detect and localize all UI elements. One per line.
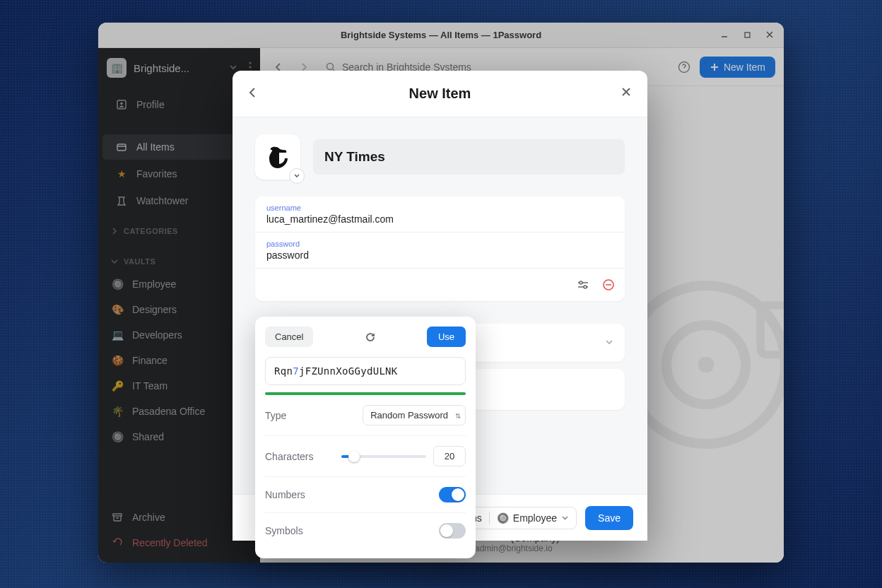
numbers-label: Numbers [265,489,305,500]
item-icon-picker[interactable] [289,168,305,184]
password-generator-popover: Cancel Use Rqn7jFZUnnXoGGydULNK Type Ran… [255,317,476,558]
characters-slider[interactable] [341,455,426,458]
characters-value[interactable]: 20 [433,446,466,466]
modal-close-button[interactable] [621,86,632,100]
refresh-icon [365,331,376,343]
symbols-toggle[interactable] [439,523,466,539]
footer-vault: Employee [513,512,557,524]
username-field[interactable]: username luca_martinez@fastmail.com [255,196,625,233]
new-item-modal: New Item username luca_martinez@fastmail… [233,71,647,541]
username-label: username [266,204,613,212]
symbols-label: Symbols [265,525,303,536]
svg-point-29 [584,286,587,288]
password-label: password [266,240,613,248]
field-delete-button[interactable] [601,277,616,293]
password-field[interactable]: password password [255,233,625,269]
modal-back-button[interactable] [247,86,259,102]
svg-point-26 [580,281,582,284]
numbers-toggle[interactable] [439,487,466,502]
chevron-down-icon [561,514,569,522]
type-select[interactable]: Random Password [363,405,466,425]
save-button[interactable]: Save [585,506,633,530]
type-label: Type [265,410,286,421]
item-header [255,134,625,180]
generator-refresh-button[interactable] [320,331,419,343]
modal-header: New Item [233,71,647,117]
modal-title: New Item [409,86,471,102]
credentials-card: username luca_martinez@fastmail.com pass… [255,196,625,301]
generated-password-display[interactable]: Rqn7jFZUnnXoGGydULNK [265,357,466,385]
field-action-row [255,269,625,301]
chevron-down-icon [605,336,613,349]
generator-cancel-button[interactable]: Cancel [265,327,313,347]
item-icon [255,134,300,180]
password-value: password [266,249,613,261]
username-value: luca_martinez@fastmail.com [266,213,613,225]
characters-label: Characters [265,451,313,462]
nyt-logo-icon [264,143,292,171]
field-settings-button[interactable] [575,277,591,293]
vault-icon: 🔘 [497,512,509,524]
item-name-input[interactable] [313,139,625,175]
generator-use-button[interactable]: Use [427,327,466,347]
slider-thumb[interactable] [348,451,360,462]
